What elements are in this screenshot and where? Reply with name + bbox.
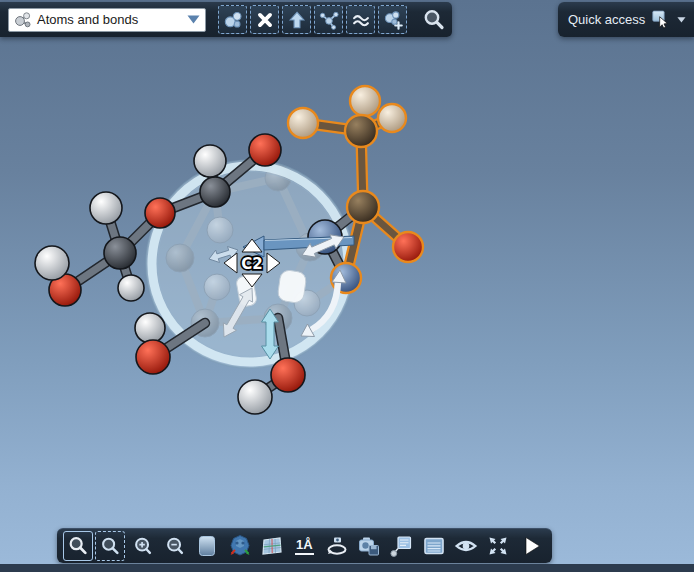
zoom-region-button[interactable] [95, 531, 125, 561]
atoms-fragment-icon [222, 9, 244, 31]
zoom-tool-button[interactable] [63, 531, 93, 561]
arrow-up-icon [286, 9, 308, 31]
magnifier-icon [422, 8, 446, 32]
orientation-button[interactable] [225, 531, 255, 561]
search-button[interactable] [419, 5, 448, 34]
add-atoms-button[interactable] [378, 5, 407, 34]
zoom-out-button[interactable] [160, 531, 190, 561]
atom-O[interactable] [249, 134, 281, 166]
add-atoms-icon [382, 9, 404, 31]
orientation-polyhedron-icon [228, 534, 252, 558]
fit-view-arrows-icon [486, 534, 510, 558]
lattice-plane-button[interactable] [257, 531, 287, 561]
top-toolbar: Atoms and bonds [0, 2, 452, 37]
display-style-button[interactable] [192, 531, 222, 561]
magnifier-minus-icon [164, 535, 186, 557]
atom-Cb[interactable] [345, 115, 377, 147]
scale-bar-button[interactable]: 1Å [289, 531, 319, 561]
annotation-note-icon [389, 534, 413, 558]
bond-tool-button[interactable] [314, 5, 343, 34]
atom-O[interactable] [393, 232, 423, 262]
atom-H[interactable] [194, 145, 226, 177]
display-style-icon [195, 534, 219, 558]
atom-H[interactable] [90, 192, 122, 224]
import-button[interactable] [282, 5, 311, 34]
annotation-button[interactable] [386, 531, 416, 561]
eye-icon [454, 534, 478, 558]
fit-view-button[interactable] [483, 531, 513, 561]
viewport-3d[interactable]: C2 [0, 0, 694, 572]
atom-C[interactable] [104, 237, 136, 269]
atom-H[interactable] [135, 313, 165, 343]
adjust-tool-button[interactable] [346, 5, 375, 34]
visibility-button[interactable] [451, 531, 481, 561]
chevron-down-icon[interactable] [677, 16, 686, 24]
legend-window-icon [422, 534, 446, 558]
quick-access-panel[interactable]: Quick access [558, 2, 694, 37]
zoom-in-button[interactable] [128, 531, 158, 561]
context-dropdown[interactable]: Atoms and bonds [8, 8, 206, 32]
snapshot-camera-icon [357, 534, 381, 558]
atom-Hb[interactable] [288, 108, 318, 138]
approximate-icon [350, 9, 372, 31]
spin-button[interactable] [322, 531, 352, 561]
molecular-viewer-window: C2 Atoms and bonds [0, 0, 694, 572]
bottom-toolbar: 1Å [57, 528, 552, 563]
magnifier-icon [67, 535, 89, 557]
selection-label: C2 [241, 255, 262, 273]
scale-bar-icon: 1Å [295, 538, 314, 555]
magnifier-plus-icon [132, 535, 154, 557]
delete-button[interactable] [250, 5, 279, 34]
manipulator-handle[interactable] [277, 269, 307, 303]
quick-access-label: Quick access [568, 12, 645, 27]
atom-H[interactable] [35, 246, 69, 280]
atom-O[interactable] [145, 198, 175, 228]
atom-O[interactable] [136, 340, 170, 374]
context-dropdown-value: Atoms and bonds [37, 12, 187, 27]
orbit-camera-icon [325, 534, 349, 558]
atom-Cb[interactable] [347, 191, 379, 223]
molecule-icon [14, 11, 32, 29]
magnifier-region-icon [99, 535, 121, 557]
legend-button[interactable] [419, 531, 449, 561]
fragment-tool-button[interactable] [218, 5, 247, 34]
footer-strip [0, 564, 694, 572]
atom-Hb[interactable] [378, 104, 406, 132]
atom-H[interactable] [238, 380, 272, 414]
snapshot-button[interactable] [354, 531, 384, 561]
molecule-bonds-icon [318, 9, 340, 31]
lattice-plane-icon [260, 534, 284, 558]
panel-cursor-icon [652, 8, 670, 32]
atom-O[interactable] [271, 358, 305, 392]
atom-C[interactable] [200, 177, 230, 207]
atom-Hb[interactable] [350, 86, 380, 116]
play-button[interactable] [516, 531, 546, 561]
dropdown-triangle-icon[interactable] [187, 15, 200, 24]
atom-H[interactable] [118, 275, 144, 301]
delete-x-icon [254, 9, 276, 31]
play-icon [519, 534, 543, 558]
